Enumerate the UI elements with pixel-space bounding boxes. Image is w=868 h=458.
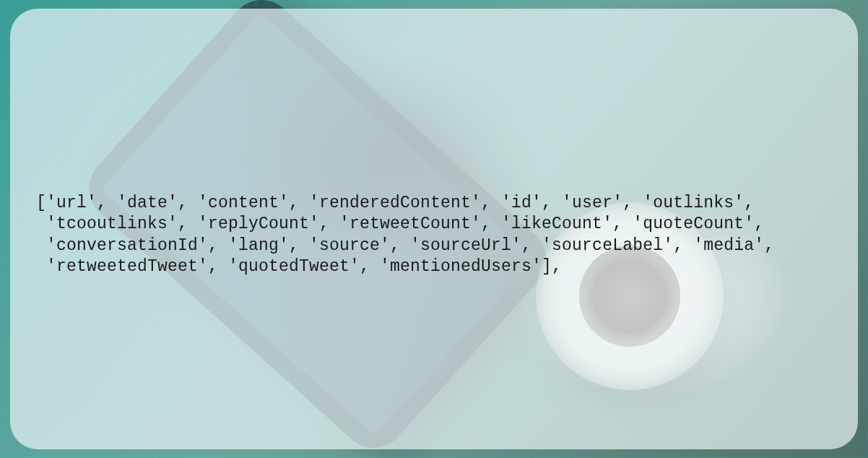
code-output: ['url', 'date', 'content', 'renderedCont… [36,193,832,278]
code-line: 'conversationId', 'lang', 'source', 'sou… [36,236,774,255]
code-line: 'tcooutlinks', 'replyCount', 'retweetCou… [36,215,764,233]
content-panel: ['url', 'date', 'content', 'renderedCont… [10,9,858,449]
code-line: ['url', 'date', 'content', 'renderedCont… [36,194,754,212]
code-line: 'retweetedTweet', 'quotedTweet', 'mentio… [36,257,562,276]
